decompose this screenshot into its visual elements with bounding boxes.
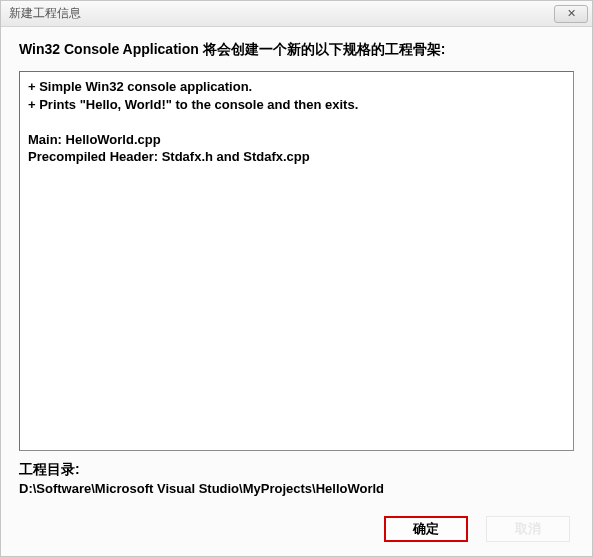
- dialog-content: Win32 Console Application 将会创建一个新的以下规格的工…: [1, 27, 592, 504]
- project-description-textbox[interactable]: + Simple Win32 console application. + Pr…: [19, 71, 574, 451]
- ok-button[interactable]: 确定: [384, 516, 468, 542]
- project-directory-label: 工程目录:: [19, 461, 574, 479]
- cancel-button[interactable]: 取消: [486, 516, 570, 542]
- close-button[interactable]: ✕: [554, 5, 588, 23]
- dialog-window: 新建工程信息 ✕ Win32 Console Application 将会创建一…: [0, 0, 593, 557]
- button-row: 确定 取消: [1, 504, 592, 556]
- project-directory-path: D:\Software\Microsoft Visual Studio\MyPr…: [19, 481, 574, 496]
- window-title: 新建工程信息: [9, 5, 81, 22]
- titlebar: 新建工程信息 ✕: [1, 1, 592, 27]
- close-icon: ✕: [567, 7, 576, 20]
- dialog-heading: Win32 Console Application 将会创建一个新的以下规格的工…: [19, 41, 574, 59]
